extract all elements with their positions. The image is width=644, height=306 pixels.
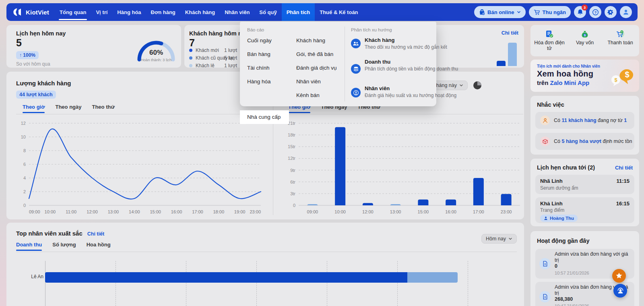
trend-desc-khach-hang: Theo dõi xu hướng và mức độ gắn kết	[365, 44, 469, 50]
pie-chart-toggle-button[interactable]	[473, 81, 482, 90]
svg-text:09:00: 09:00	[29, 209, 40, 214]
menu-item-tai-chinh[interactable]: Tài chính	[247, 65, 270, 71]
divider	[16, 114, 266, 114]
menu-item-goi-the[interactable]: Gói, thẻ đã bán	[296, 51, 333, 57]
top-staff-detail-link[interactable]: Chi tiết	[87, 231, 104, 237]
top-staff-title: Top nhân viên xuất sắc	[16, 230, 83, 237]
nav-item-don-hang[interactable]: Đơn hàng	[146, 3, 180, 21]
menu-item-danh-gia-dich-vu[interactable]: Đánh giá dịch vụ	[296, 65, 337, 71]
appointment-2-staff-name: Hoàng Thu	[550, 216, 574, 221]
staff-bar-segment-primary	[45, 272, 407, 283]
gridline	[327, 261, 327, 306]
divider	[282, 114, 523, 114]
svg-text:11:00: 11:00	[66, 209, 76, 214]
legend-value-new: 1 lượt	[222, 48, 237, 53]
tab-theo-thu-left[interactable]: Theo thứ	[92, 104, 114, 113]
nav-item-nhan-vien[interactable]: Nhân viên	[220, 3, 254, 21]
svg-text:10:00: 10:00	[334, 209, 346, 214]
gridline	[468, 261, 468, 306]
appointment-2-name: Khả Linh	[540, 201, 563, 207]
appointments-compare-label: So với hôm qua	[16, 61, 50, 67]
svg-text:17:00: 17:00	[473, 209, 484, 214]
tab-doanh-thu[interactable]: Doanh thu	[16, 242, 42, 251]
quick-link-einvoice[interactable]: Hóa đơn điện tử	[532, 30, 567, 51]
nav-item-hang-hoa[interactable]: Hàng hóa	[112, 3, 146, 21]
tab-hoa-hong[interactable]: Hoa hồng	[87, 242, 111, 251]
legend-dot-return	[189, 56, 192, 60]
menu-item-khach-hang[interactable]: Khách hàng	[296, 37, 325, 43]
visitors-period-label: Tháng này	[433, 83, 457, 88]
notification-count-badge: 3	[582, 4, 588, 10]
dollar-bubbles-icon: $ $	[609, 63, 636, 89]
menu-item-nhan-vien[interactable]: Nhân viên	[296, 79, 321, 85]
nav-item-phan-tich[interactable]: Phân tích	[282, 3, 315, 21]
trend-item-doanh-thu[interactable]: Doanh thu	[365, 59, 390, 65]
menu-item-ban-hang[interactable]: Bán hàng	[247, 51, 270, 57]
tab-theo-gio-left[interactable]: Theo giờ	[23, 104, 45, 113]
settings-button[interactable]	[605, 6, 617, 18]
reminder-debt-text: Có 11 khách hàng đang nợ từ 1	[554, 118, 627, 123]
thu-ngan-button[interactable]: Thu ngân	[529, 6, 571, 18]
top-staff-bar-plot	[45, 261, 519, 306]
upcoming-appointments-title: Lịch hẹn chưa tới (2)	[537, 164, 595, 171]
ban-online-label: Bán online	[487, 9, 514, 15]
notifications-button[interactable]: 3	[574, 6, 586, 18]
support-agent-icon	[617, 287, 624, 295]
menu-item-nha-cung-cap[interactable]: Nhà cung cấp	[247, 114, 281, 120]
debt-threshold-link: 1	[624, 118, 627, 123]
nav-item-so-quy[interactable]: Sổ quỹ	[254, 3, 281, 21]
legend-label-walkin: Khách lẻ	[196, 63, 215, 68]
tab-theo-ngay-left[interactable]: Theo ngày	[55, 104, 81, 113]
quick-link-payment[interactable]: Thanh toán	[603, 30, 638, 45]
appointment-item-2[interactable]: Khả Linh 16:15 Trang điểm Hoàng Thu	[535, 197, 634, 223]
nav-item-tong-quan[interactable]: Tổng quan	[55, 3, 91, 21]
appointments-detail-link[interactable]: Chi tiết	[615, 165, 633, 171]
stock-box-icon	[540, 136, 550, 146]
svg-text:12:00: 12:00	[87, 209, 98, 214]
svg-text:6tr: 6tr	[290, 180, 295, 184]
trend-item-khach-hang[interactable]: Khách hàng	[365, 37, 394, 43]
account-avatar[interactable]	[620, 6, 632, 18]
tab-so-luong[interactable]: Số lượng	[52, 242, 76, 251]
support-floating-button[interactable]	[613, 284, 627, 298]
svg-text:10: 10	[21, 134, 26, 139]
menu-item-cuoi-ngay[interactable]: Cuối ngày	[247, 37, 272, 43]
banner-zalo-brand: Zalo Mini App	[550, 79, 590, 86]
banner-line2: Xem hoa hồng	[537, 69, 593, 79]
appointment-item-1[interactable]: Nhã Linh 11:15 Serum dưỡng ẩm	[535, 175, 634, 194]
legend-dot-walkin	[189, 64, 192, 67]
question-mark-icon: ?	[592, 9, 599, 16]
top-staff-period-dropdown[interactable]: Hôm nay	[481, 234, 517, 244]
quick-link-einvoice-label: Hóa đơn điện tử	[532, 40, 567, 51]
brand-logo[interactable]: KiotViet	[6, 7, 55, 17]
appointments-change-badge: ↑ 100%	[16, 51, 39, 59]
bell-icon	[577, 9, 583, 15]
zalo-commission-banner[interactable]: Tiện ích mới dành cho Nhân viên Xem hoa …	[530, 60, 639, 92]
quick-link-loan[interactable]: $ Vay vốn	[568, 30, 602, 45]
rewards-floating-button[interactable]	[612, 269, 626, 283]
menu-item-hang-hoa[interactable]: Hàng hóa	[247, 79, 271, 85]
gridline	[116, 261, 116, 306]
nav-item-vi-tri[interactable]: Vị trí	[91, 3, 112, 21]
svg-text:60%: 60%	[149, 49, 163, 56]
svg-text:18tr: 18tr	[288, 132, 295, 137]
reminder-debt-item[interactable]: Có 11 khách hàng đang nợ từ 1	[535, 112, 634, 129]
trend-item-nhan-vien[interactable]: Nhân viên	[365, 85, 390, 91]
svg-text:19:00: 19:00	[234, 209, 246, 214]
mini-bar	[497, 61, 506, 66]
svg-text:4: 4	[23, 176, 26, 180]
revenue-trend-icon	[351, 64, 361, 74]
svg-text:?: ?	[594, 10, 596, 14]
svg-text:15tr: 15tr	[288, 144, 295, 149]
svg-text:18:00: 18:00	[213, 209, 225, 214]
menu-item-kenh-ban[interactable]: Kênh bán	[296, 92, 320, 98]
nav-item-thue-ke-toan[interactable]: Thuế & Kế toán	[315, 3, 363, 21]
help-button[interactable]: ?	[589, 6, 601, 18]
top-staff-tabs: Doanh thu Số lượng Hoa hồng	[16, 242, 111, 251]
nav-item-khach-hang[interactable]: Khách hàng	[180, 3, 220, 21]
gridline	[397, 261, 398, 306]
ban-online-button[interactable]: Bán online	[474, 6, 525, 18]
chevron-down-icon	[459, 83, 463, 87]
reminder-stock-item[interactable]: Có 5 hàng hóa vượt định mức tồn	[535, 133, 634, 150]
appointment-2-service: Trang điểm	[540, 207, 630, 213]
